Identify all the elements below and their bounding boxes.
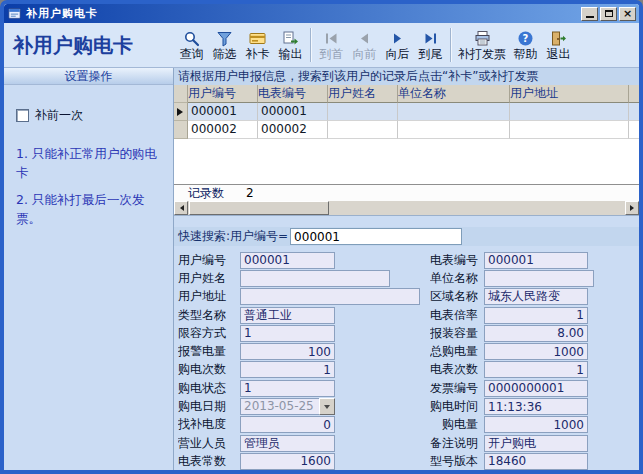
- field-purchase-date-dropdown[interactable]: 2013-05-25: [240, 398, 335, 415]
- field-input-meter-constant[interactable]: [240, 453, 335, 470]
- maximize-icon: [605, 10, 613, 17]
- form-row-user-address: 用户地址: [178, 288, 420, 306]
- form-row-purchase-count: 购电次数: [178, 361, 420, 379]
- field-label-operator: 营业人员: [178, 435, 234, 452]
- sidebar-header: 设置操作: [4, 68, 173, 85]
- scroll-right-button[interactable]: [625, 201, 639, 215]
- go-first-icon: [323, 30, 340, 47]
- field-label-adjust-energy: 找补电度: [178, 416, 234, 433]
- minimize-button[interactable]: [581, 7, 598, 21]
- field-input-capacity-mode[interactable]: [240, 325, 335, 342]
- field-input-model-version[interactable]: [484, 453, 588, 470]
- toolbar-button-go-last[interactable]: 到尾: [414, 24, 447, 66]
- chevron-down-icon[interactable]: [319, 398, 335, 415]
- field-input-meter-ratio[interactable]: [484, 307, 588, 324]
- row-selector: [174, 121, 188, 139]
- reissue-previous-checkbox-row[interactable]: 补前一次: [16, 107, 173, 124]
- svg-text:?: ?: [523, 33, 529, 44]
- grid-filler: [174, 139, 639, 184]
- spacer: [174, 216, 639, 227]
- page-title: 补用户购电卡: [4, 23, 174, 67]
- row-selector-header: [174, 85, 188, 103]
- app-icon: [8, 7, 21, 20]
- quick-search-input[interactable]: [290, 228, 462, 245]
- toolbar-button-help[interactable]: ?帮助: [509, 24, 542, 66]
- checkbox-box[interactable]: [16, 109, 29, 122]
- scroll-track[interactable]: [329, 201, 625, 215]
- grid-cell-0-1: 000001: [258, 103, 328, 121]
- field-label-purchase-status: 购电状态: [178, 380, 234, 397]
- form-row-meter-ratio: 电表倍率: [430, 306, 594, 324]
- grid-cell-0-4: [510, 103, 629, 121]
- column-header-2: 用户姓名: [328, 85, 398, 103]
- record-count-label: 记录数: [188, 185, 246, 202]
- form-row-capacity-mode: 限容方式: [178, 324, 420, 342]
- toolbar-button-go-next[interactable]: 向后: [381, 24, 414, 66]
- record-count-row: 记录数 2: [174, 184, 639, 201]
- field-input-unit-name[interactable]: [484, 270, 594, 287]
- field-input-purchase-status[interactable]: [240, 380, 335, 397]
- form-row-operator: 营业人员: [178, 434, 420, 452]
- column-header-0: 用户编号: [188, 85, 258, 103]
- grid-header-row: 用户编号电表编号用户姓名单位名称用户地址: [174, 85, 639, 103]
- field-input-user-address[interactable]: [240, 288, 420, 305]
- grid-cell-extra: [629, 121, 639, 139]
- toolbar-button-filter[interactable]: 筛选: [208, 24, 241, 66]
- toolbar: 查询筛选补卡输出到首向前向后到尾补打发票?帮助退出: [174, 23, 639, 67]
- toolbar-button-query[interactable]: 查询: [175, 24, 208, 66]
- titlebar[interactable]: 补用户购电卡 ×: [4, 4, 639, 23]
- field-input-meter-code[interactable]: [484, 252, 588, 269]
- field-input-remark[interactable]: [484, 435, 588, 452]
- toolbar-button-reprint-invoice[interactable]: 补打发票: [455, 24, 509, 66]
- toolbar-button-exit[interactable]: 退出: [542, 24, 575, 66]
- scroll-thumb[interactable]: [189, 201, 329, 215]
- field-input-purchase-energy[interactable]: [484, 416, 588, 433]
- column-header-1: 电表编号: [258, 85, 328, 103]
- field-input-total-energy[interactable]: [484, 343, 588, 360]
- field-input-purchase-count[interactable]: [240, 361, 335, 378]
- toolbar-button-export[interactable]: 输出: [274, 24, 307, 66]
- grid-cell-1-2: [328, 121, 398, 139]
- field-input-region-name[interactable]: [484, 288, 588, 305]
- field-input-purchase-time[interactable]: [484, 398, 588, 415]
- scroll-left-button[interactable]: [174, 201, 188, 215]
- grid-cell-extra: [629, 103, 639, 121]
- hint-bar: 请根据用户申报信息，搜索到该用户的记录后点击“补卡”或补打发票: [174, 68, 639, 85]
- minimize-icon: [586, 16, 594, 18]
- field-input-type-name[interactable]: [240, 307, 335, 324]
- field-label-alarm-energy: 报警电量: [178, 343, 234, 360]
- field-label-purchase-energy: 购电量: [430, 416, 478, 433]
- field-label-unit-name: 单位名称: [430, 270, 478, 287]
- field-input-alarm-energy[interactable]: [240, 343, 335, 360]
- field-input-installed-capacity[interactable]: [484, 325, 588, 342]
- toolbar-button-reissue-card[interactable]: 补卡: [241, 24, 274, 66]
- exit-icon: [550, 30, 567, 47]
- grid-row-0[interactable]: 000001000001: [174, 103, 639, 121]
- field-input-user-name[interactable]: [240, 270, 390, 287]
- field-input-adjust-energy[interactable]: [240, 416, 335, 433]
- grid-cell-1-4: [510, 121, 629, 139]
- form-row-purchase-date: 购电日期2013-05-25: [178, 397, 420, 415]
- field-input-operator[interactable]: [240, 435, 335, 452]
- main-panel: 请根据用户申报信息，搜索到该用户的记录后点击“补卡”或补打发票 用户编号电表编号…: [174, 68, 639, 470]
- grid-cell-1-0: 000002: [188, 121, 258, 139]
- grid-rows: 000001000001000002000002: [174, 103, 639, 139]
- field-input-meter-count[interactable]: [484, 361, 588, 378]
- form-row-remark: 备注说明: [430, 434, 594, 452]
- form-row-meter-count: 电表次数: [430, 361, 594, 379]
- export-icon: [282, 30, 299, 47]
- field-label-purchase-count: 购电次数: [178, 361, 234, 378]
- form-row-model-version: 型号版本: [430, 452, 594, 470]
- field-input-invoice-number[interactable]: [484, 380, 588, 397]
- grid-cell-0-3: [398, 103, 510, 121]
- field-input-user-code[interactable]: [240, 252, 335, 269]
- maximize-button[interactable]: [600, 7, 617, 21]
- grid-row-1[interactable]: 000002000002: [174, 121, 639, 139]
- close-button[interactable]: ×: [619, 7, 636, 21]
- field-label-installed-capacity: 报装容量: [430, 325, 478, 342]
- grid-horizontal-scrollbar[interactable]: [174, 201, 639, 215]
- quick-search-label: 快速搜索:用户编号=: [178, 228, 288, 245]
- filter-icon: [216, 30, 233, 47]
- form-right-column: 电表编号单位名称区域名称电表倍率报装容量总购电量电表次数发票编号购电时间购电量备…: [430, 251, 594, 471]
- toolbar-separator: [450, 28, 452, 62]
